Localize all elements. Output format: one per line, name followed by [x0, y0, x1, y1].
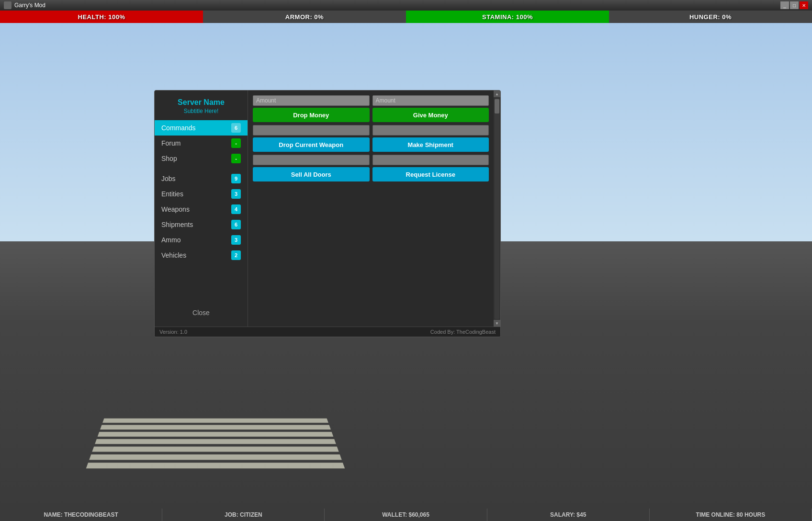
window-controls: _ □ ✕ [780, 1, 808, 9]
sidebar-item-forum[interactable]: Forum - [155, 136, 248, 151]
scroll-thumb[interactable] [495, 99, 499, 113]
drop-money-button[interactable]: Drop Money [253, 108, 370, 122]
app-icon [4, 1, 11, 9]
sidebar-label-vehicles: Vehicles [161, 251, 186, 259]
command-col-request-license: Request License [372, 155, 489, 181]
player-wallet: WALLET: $60,065 [325, 509, 487, 521]
command-col-make-shipment: Make Shipment [372, 125, 489, 152]
stamina-bar: STAMINA: 100% [406, 11, 609, 23]
sidebar-label-commands: Commands [161, 124, 196, 132]
server-name: Server Name [155, 94, 248, 107]
badge-weapons: 4 [231, 204, 241, 214]
sidebar-label-ammo: Ammo [161, 236, 180, 244]
sidebar-label-entities: Entities [161, 190, 183, 198]
content-area: Drop Money Give Money Drop Current Weapo… [248, 91, 494, 327]
window-title: Garry's Mod [14, 2, 780, 9]
command-col-drop-weapon: Drop Current Weapon [253, 125, 370, 152]
make-shipment-input [372, 125, 489, 136]
sidebar: Server Name Subtitle Here! Commands 6 Fo… [155, 91, 248, 327]
scroll-track[interactable] [495, 98, 499, 319]
crosswalk [86, 419, 345, 469]
command-row-3: Sell All Doors Request License [253, 155, 489, 181]
player-name: NAME: THECODINGBEAST [0, 509, 162, 521]
command-col-drop-money: Drop Money [253, 95, 370, 122]
scrollbar[interactable]: ▲ ▼ [494, 91, 500, 327]
nav-divider [155, 166, 248, 171]
sidebar-item-shop[interactable]: Shop - [155, 151, 248, 166]
badge-entities: 3 [231, 189, 241, 199]
time-online: TIME ONLINE: 80 HOURS [650, 509, 812, 521]
health-bar: HEALTH: 100% [0, 11, 203, 23]
sidebar-item-commands[interactable]: Commands 6 [155, 120, 248, 136]
close-dialog-button[interactable]: Close [192, 309, 210, 317]
status-bars: HEALTH: 100% ARMOR: 0% STAMINA: 100% HUN… [0, 11, 812, 23]
scroll-up-arrow[interactable]: ▲ [494, 91, 500, 97]
player-job: JOB: CITIZEN [162, 509, 325, 521]
close-btn-area: Close [155, 303, 248, 323]
request-license-input [372, 155, 489, 165]
sidebar-item-jobs[interactable]: Jobs 9 [155, 171, 248, 186]
badge-shipments: 6 [231, 220, 241, 229]
command-col-give-money: Give Money [372, 95, 489, 122]
badge-forum: - [231, 138, 241, 148]
main-dialog: Server Name Subtitle Here! Commands 6 Fo… [154, 90, 501, 337]
sidebar-label-forum: Forum [161, 139, 180, 147]
player-salary: SALARY: $45 [487, 509, 650, 521]
sidebar-item-entities[interactable]: Entities 3 [155, 186, 248, 202]
drop-weapon-button[interactable]: Drop Current Weapon [253, 137, 370, 152]
badge-commands: 6 [231, 123, 241, 133]
sidebar-label-jobs: Jobs [161, 175, 176, 182]
sidebar-item-shipments[interactable]: Shipments 6 [155, 217, 248, 232]
drop-weapon-input [253, 125, 370, 136]
maximize-button[interactable]: □ [790, 1, 799, 9]
give-money-amount-input[interactable] [372, 95, 489, 106]
hunger-bar: HUNGER: 0% [609, 11, 812, 23]
badge-vehicles: 2 [231, 250, 241, 260]
title-bar: Garry's Mod _ □ ✕ [0, 0, 812, 11]
server-subtitle: Subtitle Here! [155, 108, 248, 114]
dialog-footer: Version: 1.0 Coded By: TheCodingBeast [155, 327, 500, 337]
request-license-button[interactable]: Request License [372, 167, 489, 181]
sidebar-label-shipments: Shipments [161, 221, 193, 228]
version-label: Version: 1.0 [159, 329, 187, 335]
sidebar-item-ammo[interactable]: Ammo 3 [155, 232, 248, 248]
coded-by-label: Coded By: TheCodingBeast [430, 329, 496, 335]
command-col-sell-doors: Sell All Doors [253, 155, 370, 181]
sidebar-item-vehicles[interactable]: Vehicles 2 [155, 248, 248, 263]
sell-doors-button[interactable]: Sell All Doors [253, 167, 370, 181]
badge-jobs: 9 [231, 174, 241, 183]
badge-ammo: 3 [231, 235, 241, 245]
sidebar-label-shop: Shop [161, 155, 177, 162]
make-shipment-button[interactable]: Make Shipment [372, 137, 489, 152]
minimize-button[interactable]: _ [780, 1, 789, 9]
bottom-bar: NAME: THECODINGBEAST JOB: CITIZEN WALLET… [0, 509, 812, 521]
sidebar-label-weapons: Weapons [161, 205, 190, 213]
command-row-1: Drop Money Give Money [253, 95, 489, 122]
drop-money-amount-input[interactable] [253, 95, 370, 106]
sidebar-item-weapons[interactable]: Weapons 4 [155, 202, 248, 217]
command-row-2: Drop Current Weapon Make Shipment [253, 125, 489, 152]
armor-bar: ARMOR: 0% [203, 11, 406, 23]
give-money-button[interactable]: Give Money [372, 108, 489, 122]
close-window-button[interactable]: ✕ [800, 1, 808, 9]
sell-doors-input [253, 155, 370, 165]
scroll-down-arrow[interactable]: ▼ [494, 320, 500, 327]
badge-shop: - [231, 154, 241, 163]
dialog-inner: Server Name Subtitle Here! Commands 6 Fo… [155, 91, 500, 327]
